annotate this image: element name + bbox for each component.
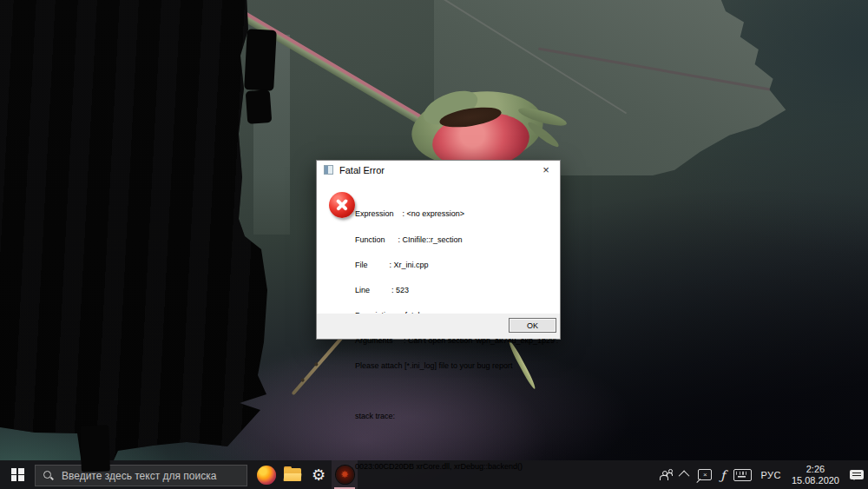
dialog-titlebar[interactable]: Fatal Error × [317,161,560,179]
dialog-footer: OK [317,314,560,339]
chevron-up-icon [679,471,690,482]
clock-date: 15.08.2020 [792,475,839,486]
error-message: Expression : <no expression> Function : … [355,194,553,489]
system-tray: × ƒ РУС 2:26 15.08.2020 [654,460,868,489]
people-button[interactable] [654,460,677,489]
taskbar-app-icons: ⚙ ✸ [253,460,358,489]
taskbar-item-firefox[interactable] [253,460,279,489]
file-explorer-icon [284,468,301,481]
action-center-button[interactable] [845,460,868,489]
firefox-icon [257,466,276,485]
redaction-scribble-2 [244,29,277,91]
error-line: stack trace: [355,413,553,421]
pen-input-button[interactable]: × [694,460,716,489]
close-button[interactable]: × [532,161,560,179]
error-line: File : Xr_ini.cpp [355,261,553,270]
taskbar-search-box[interactable] [35,465,247,486]
error-line: Function : CInifile::r_section [355,236,553,245]
windows-logo-icon [11,468,24,481]
redaction-scribble-main [0,0,274,478]
error-line: Line : 523 [355,287,553,295]
start-button[interactable] [0,460,35,489]
error-icon [329,192,355,218]
language-indicator[interactable]: РУС [756,460,786,489]
stalker-game-icon: ✸ [336,466,354,484]
thorn [300,378,306,383]
ok-button[interactable]: OK [509,318,556,333]
fatal-error-dialog: Fatal Error × Expression : <no expressio… [316,160,561,340]
taskbar-item-settings[interactable]: ⚙ [306,460,332,489]
dialog-body: Expression : <no expression> Function : … [317,179,560,314]
stylus-icon: ƒ [720,468,725,482]
show-hidden-icons-button[interactable] [677,460,694,489]
leaf-vein [538,48,790,95]
taskbar-item-stalker-game[interactable]: ✸ [332,460,358,489]
clock-time: 2:26 [806,464,825,475]
redaction-scribble-drip [80,425,110,472]
touch-keyboard-button[interactable] [729,460,756,489]
thorn [314,362,319,367]
taskbar-item-file-explorer[interactable] [279,460,306,489]
error-line: Expression : <no expression> [355,210,553,219]
people-icon [659,469,673,481]
stylus-button[interactable]: ƒ [716,460,729,489]
taskbar-clock[interactable]: 2:26 15.08.2020 [786,464,845,486]
error-line: Please attach [*.ini_log] file to your b… [355,362,553,371]
redaction-scribble-3 [246,89,273,124]
error-line [355,438,553,446]
search-icon [43,470,55,482]
action-center-icon [850,470,864,479]
gear-icon: ⚙ [312,467,326,483]
error-line [355,387,553,396]
app-window-icon [324,165,333,175]
dialog-title: Fatal Error [339,165,532,175]
touch-keyboard-icon [733,469,752,481]
error-line: 0023:00CD20DB xrCore.dll, xrDebug::backe… [355,463,553,472]
pen-input-icon: × [698,469,712,480]
flame-glyph: ✸ [340,470,348,479]
